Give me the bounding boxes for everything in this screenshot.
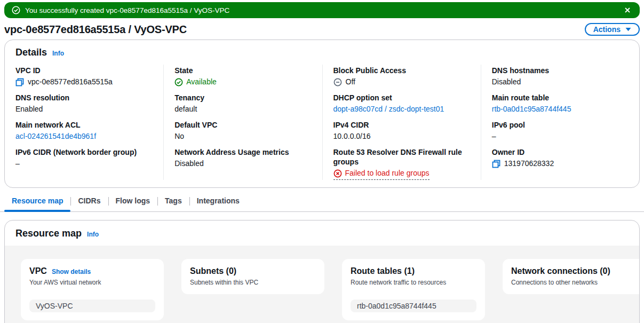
details-column-3: Block Public Access Off DHCP option set … [322, 65, 481, 180]
resource-map-column-network-connections: Network connections (0) Connections to o… [503, 259, 640, 294]
x-circle-icon [333, 169, 342, 178]
resource-map-column-subnets: Subnets (0) Subnets within this VPC [181, 259, 324, 294]
field-tenancy: Tenancy default [174, 93, 313, 114]
subnets-column-subtitle: Subnets within this VPC [190, 279, 316, 286]
main-route-table-link[interactable]: rtb-0a0d1c95a8744f445 [492, 104, 571, 114]
actions-button[interactable]: Actions [585, 23, 640, 36]
minus-circle-icon [333, 78, 342, 86]
network-acl-link[interactable]: acl-024261541de4b961f [15, 131, 96, 141]
field-main-route-table: Main route table rtb-0a0d1c95a8744f445 [492, 93, 631, 114]
caret-down-icon [625, 27, 631, 31]
resource-map-column-vpc: VPC Show details Your AWS virtual networ… [21, 259, 164, 320]
network-connections-column-subtitle: Connections to other networks [511, 279, 637, 286]
resource-map-column-route-tables: Route tables (1) Route network traffic t… [342, 259, 485, 320]
copy-icon[interactable] [492, 160, 500, 168]
tab-flow-logs[interactable]: Flow logs [108, 192, 158, 211]
field-vpc-id: VPC ID vpc-0e8577ed816a5515a [15, 66, 155, 87]
tab-bar: Resource map CIDRs Flow logs Tags Integr… [0, 192, 644, 212]
resource-map-heading: Resource map [15, 228, 82, 239]
details-info-link[interactable]: Info [52, 50, 64, 57]
field-dns-hostnames: DNS hostnames Disabled [492, 66, 631, 87]
details-card: Details Info VPC ID vpc-0e8577ed816a5515… [4, 40, 640, 188]
details-grid: VPC ID vpc-0e8577ed816a5515a DNS resolut… [5, 65, 639, 180]
route-tables-column-subtitle: Route network traffic to resources [351, 279, 476, 286]
field-block-public-access: Block Public Access Off [333, 66, 472, 87]
vpc-column-title: VPC [29, 266, 47, 276]
tab-integrations[interactable]: Integrations [189, 192, 247, 211]
field-dns-resolution: DNS resolution Enabled [15, 93, 155, 114]
field-dhcp-option-set: DHCP option set dopt-a98c07cd / zsdc-dop… [333, 93, 472, 114]
resource-map-info-link[interactable]: Info [87, 231, 99, 238]
vpc-node[interactable]: VyOS-VPC [29, 300, 155, 312]
field-nau-metrics: Network Address Usage metrics Disabled [174, 147, 313, 169]
field-ipv6-cidr: IPv6 CIDR (Network border group) – [15, 147, 155, 169]
banner-message: You successfully created vpc-0e8577ed816… [25, 6, 623, 14]
field-owner-id: Owner ID 131970628332 [492, 147, 631, 169]
tab-resource-map[interactable]: Resource map [4, 192, 70, 211]
field-main-network-acl: Main network ACL acl-024261541de4b961f [15, 120, 155, 141]
field-state: State Available [174, 66, 313, 87]
field-ipv6-pool: IPv6 pool – [492, 120, 631, 141]
network-connections-column-title: Network connections (0) [511, 266, 610, 276]
page-title: vpc-0e8577ed816a5515a / VyOS-VPC [4, 23, 187, 36]
state-status: Available [174, 77, 217, 87]
route53-error-status: Failed to load rule groups [333, 168, 430, 180]
tab-tags[interactable]: Tags [157, 192, 189, 211]
success-banner: You successfully created vpc-0e8577ed816… [4, 2, 640, 18]
field-route53-firewall: Route 53 Resolver DNS Firewall rule grou… [333, 147, 472, 180]
actions-button-label: Actions [593, 25, 621, 34]
close-icon[interactable] [623, 5, 632, 15]
details-heading: Details [15, 47, 47, 58]
route-tables-column-title: Route tables (1) [351, 266, 415, 276]
details-column-4: DNS hostnames Disabled Main route table … [481, 65, 639, 180]
show-details-link[interactable]: Show details [52, 268, 91, 275]
vpc-column-subtitle: Your AWS virtual network [29, 279, 155, 286]
copy-icon[interactable] [15, 78, 24, 86]
resource-map-canvas: VPC Show details Your AWS virtual networ… [5, 246, 639, 323]
owner-id-value: 131970628332 [504, 159, 554, 169]
resource-map-card: Resource map Info VPC Show details Your … [4, 220, 640, 323]
field-ipv4-cidr: IPv4 CIDR 10.0.0.0/16 [333, 120, 472, 141]
tab-cidrs[interactable]: CIDRs [70, 192, 108, 211]
subnets-column-title: Subnets (0) [190, 266, 236, 276]
vpc-id-value: vpc-0e8577ed816a5515a [28, 77, 113, 87]
field-default-vpc: Default VPC No [174, 120, 313, 141]
details-column-1: VPC ID vpc-0e8577ed816a5515a DNS resolut… [5, 65, 163, 180]
page-header: vpc-0e8577ed816a5515a / VyOS-VPC Actions [0, 18, 644, 40]
details-column-2: State Available Tenancy default Default … [163, 65, 322, 180]
route-table-node[interactable]: rtb-0a0d1c95a8744f445 [351, 300, 476, 312]
check-circle-icon [174, 78, 183, 86]
check-circle-icon [12, 6, 20, 14]
dhcp-option-set-link[interactable]: dopt-a98c07cd / zsdc-dopt-test01 [333, 104, 444, 114]
